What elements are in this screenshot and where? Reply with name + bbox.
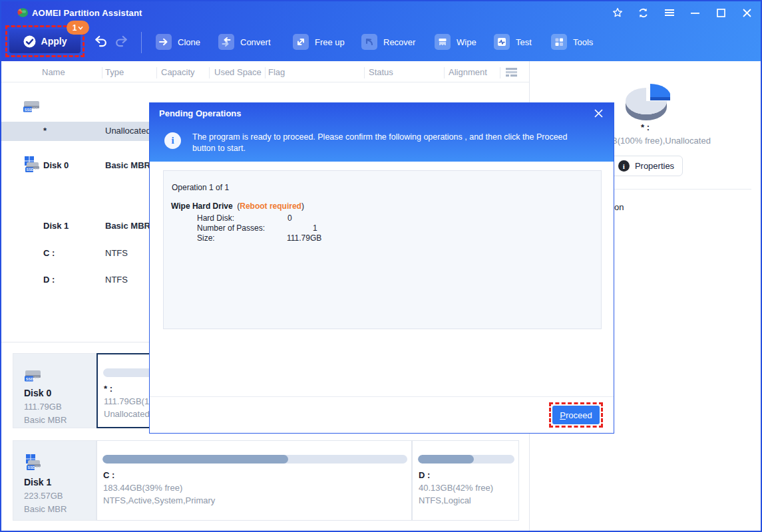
dialog-header: Pending Operations i The program is read… xyxy=(150,103,614,162)
reboot-required-note: Reboot required xyxy=(240,201,301,211)
minimize-button[interactable] xyxy=(689,7,701,19)
toolbar-item-tools[interactable]: Tools xyxy=(551,33,593,51)
svg-text:SSD: SSD xyxy=(26,377,34,381)
dialog-title: Pending Operations xyxy=(159,108,242,118)
dialog-message-line1: The program is ready to proceed. Please … xyxy=(192,132,568,142)
app-title: AOMEI Partition Assistant xyxy=(32,8,142,18)
table-header: Name Type Capacity Used Space Flag Statu… xyxy=(1,63,529,82)
operation-title-line: Wipe Hard Drive (Reboot required) xyxy=(171,201,304,211)
recover-arrow-icon xyxy=(361,34,377,50)
column-header-capacity[interactable]: Capacity xyxy=(161,67,195,77)
properties-button[interactable]: i Properties xyxy=(610,156,683,176)
dialog-message-line2: button to start. xyxy=(192,144,246,153)
expand-diagonal-icon xyxy=(293,34,309,50)
partition-block-d[interactable]: D : 40.13GB(42% free) NTFS,Logical xyxy=(412,440,519,521)
field-value: 1 xyxy=(313,223,317,233)
svg-text:SSD: SSD xyxy=(27,168,34,172)
field-value: 0 xyxy=(287,213,292,223)
operation-counter: Operation 1 of 1 xyxy=(172,183,229,192)
toolbar-item-recover[interactable]: Recover xyxy=(361,33,415,51)
table-row[interactable]: C : xyxy=(43,248,55,258)
column-header-type[interactable]: Type xyxy=(105,67,124,77)
window-controls xyxy=(612,6,753,19)
menu-icon[interactable] xyxy=(664,7,675,19)
ssd-disk-icon: SSD xyxy=(24,367,96,383)
table-row[interactable]: Disk 1 xyxy=(43,221,69,231)
ssd-disk-icon: SSD xyxy=(23,98,41,114)
column-header-status[interactable]: Status xyxy=(369,67,393,77)
refresh-icon[interactable] xyxy=(638,7,649,19)
dialog-close-icon[interactable] xyxy=(592,107,604,119)
svg-text:SSD: SSD xyxy=(28,466,35,469)
field-label: Number of Passes: xyxy=(197,223,265,233)
undo-button[interactable] xyxy=(93,35,108,48)
maximize-button[interactable] xyxy=(715,7,727,19)
disk0-card[interactable]: SSD Disk 0 111.79GB Basic MBR xyxy=(13,353,96,428)
ssd-system-disk-icon: SSD xyxy=(23,156,41,174)
swap-arrows-icon xyxy=(218,34,234,50)
pending-operations-badge[interactable]: 1 xyxy=(67,21,89,35)
partition-block-c[interactable]: C : 183.44GB(39% free) NTFS,Active,Syste… xyxy=(96,440,412,521)
column-header-alignment[interactable]: Alignment xyxy=(449,67,487,77)
pie-chart xyxy=(622,80,670,121)
toolbar-item-test[interactable]: Test xyxy=(494,33,532,51)
waveform-icon xyxy=(494,34,510,50)
proceed-highlight-outline xyxy=(549,402,603,428)
toolbar-item-convert[interactable]: Convert xyxy=(218,33,271,51)
chevron-down-icon xyxy=(78,26,83,30)
dialog-footer-divider xyxy=(150,396,614,397)
toolbar-item-free-up[interactable]: Free up xyxy=(293,33,345,51)
usage-bar xyxy=(418,455,514,464)
operations-list-box: Operation 1 of 1 Wipe Hard Drive (Reboot… xyxy=(163,170,602,329)
disk1-card[interactable]: SSD Disk 1 223.57GB Basic MBR xyxy=(13,440,96,521)
column-settings-icon[interactable] xyxy=(504,66,518,78)
operation-name: Wipe Hard Drive xyxy=(171,201,233,211)
info-icon: i xyxy=(618,160,630,172)
app-window: AOMEI Partition Assistant xyxy=(0,0,762,532)
table-row[interactable]: Disk 0 xyxy=(43,160,69,170)
column-header-flag[interactable]: Flag xyxy=(268,67,285,77)
field-label: Hard Disk: xyxy=(197,213,234,223)
header-bar: AOMEI Partition Assistant xyxy=(1,1,761,61)
disk1-map-row: SSD Disk 1 223.57GB Basic MBR C : 183.44… xyxy=(13,440,519,521)
pending-operations-dialog: Pending Operations i The program is read… xyxy=(149,102,614,434)
toolbar-item-wipe[interactable]: Wipe xyxy=(435,33,476,51)
clipped-operation-text: on xyxy=(614,202,624,212)
svg-text:SSD: SSD xyxy=(25,108,33,112)
grid-icon xyxy=(551,34,567,50)
column-header-used-space[interactable]: Used Space xyxy=(214,67,262,77)
clone-arrow-icon xyxy=(156,34,172,50)
toolbar-item-clone[interactable]: Clone xyxy=(156,33,200,51)
table-row[interactable]: D : xyxy=(43,275,55,285)
column-header-name[interactable]: Name xyxy=(42,67,65,77)
info-circle-icon: i xyxy=(164,132,181,149)
toolbar-divider xyxy=(141,32,142,53)
field-label: Size: xyxy=(197,233,215,243)
favorite-star-icon[interactable] xyxy=(612,7,623,19)
app-logo-icon xyxy=(17,7,29,19)
table-row[interactable]: * xyxy=(43,126,47,136)
shredder-icon xyxy=(435,34,451,50)
close-button[interactable] xyxy=(741,7,753,19)
ssd-system-disk-icon: SSD xyxy=(24,454,96,472)
redo-button[interactable] xyxy=(114,35,129,48)
field-value: 111.79GB xyxy=(287,233,321,243)
usage-bar xyxy=(102,455,407,464)
